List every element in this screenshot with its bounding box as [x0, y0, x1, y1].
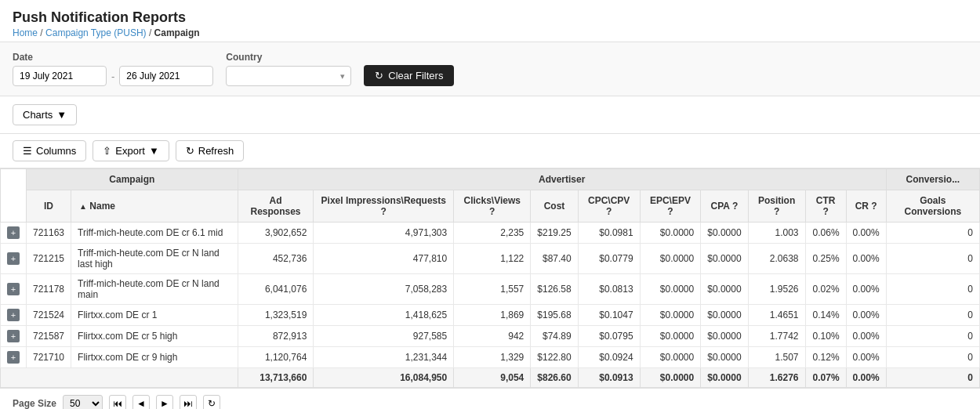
col-ad-responses[interactable]: Ad Responses — [238, 190, 314, 223]
country-select-wrapper — [226, 66, 351, 86]
cell-name: Triff-mich-heute.com DE cr 6.1 mid — [71, 223, 238, 244]
cell-cpc-cpv: $0.0795 — [578, 326, 640, 347]
cell-clicks-views: 2,235 — [454, 223, 531, 244]
cell-cost: $122.80 — [531, 347, 578, 368]
cell-clicks-views: 942 — [454, 326, 531, 347]
expand-cell[interactable]: + — [1, 347, 27, 368]
columns-label: Columns — [36, 145, 76, 157]
cell-cpa: $0.0000 — [701, 347, 748, 368]
cell-ad-responses: 3,902,652 — [238, 223, 314, 244]
refresh-label: Refresh — [198, 145, 234, 157]
cell-name: Flirtxx.com DE cr 5 high — [71, 326, 238, 347]
refresh-button[interactable]: ↻ Refresh — [176, 140, 245, 161]
footer-pixel-impressions: 16,084,950 — [314, 368, 454, 388]
footer-cpc-cpv: $0.0913 — [578, 368, 640, 388]
cell-pixel-impressions: 4,971,303 — [314, 223, 454, 244]
cell-goals-conversions: 0 — [886, 305, 979, 326]
col-position[interactable]: Position ? — [748, 190, 805, 223]
data-table: Campaign Advertiser Conversio... ID ▲ Na… — [0, 168, 980, 388]
expand-cell[interactable]: + — [1, 274, 27, 305]
expand-button[interactable]: + — [7, 351, 20, 364]
country-label: Country — [226, 52, 351, 63]
pagination-refresh-button[interactable]: ↻ — [203, 395, 220, 409]
col-cr[interactable]: CR ? — [846, 190, 886, 223]
refresh-icon-clear: ↻ — [375, 70, 383, 81]
page-size-select[interactable]: 50 10 25 100 — [63, 395, 103, 409]
footer-goals-conversions: 0 — [886, 368, 979, 388]
cell-pixel-impressions: 1,231,344 — [314, 347, 454, 368]
cell-epc-epv: $0.0000 — [640, 347, 701, 368]
country-select[interactable] — [226, 66, 351, 86]
footer-cpa: $0.0000 — [701, 368, 748, 388]
date-to-input[interactable] — [119, 66, 213, 86]
cell-ctr: 0.10% — [805, 326, 846, 347]
cell-epc-epv: $0.0000 — [640, 244, 701, 274]
col-cost[interactable]: Cost — [531, 190, 578, 223]
export-label: Export — [115, 145, 145, 157]
expand-cell[interactable]: + — [1, 305, 27, 326]
cell-ctr: 0.12% — [805, 347, 846, 368]
date-label: Date — [13, 52, 213, 63]
expand-button[interactable]: + — [7, 226, 20, 239]
col-id[interactable]: ID — [27, 190, 71, 223]
chevron-down-icon-export: ▼ — [149, 145, 159, 157]
group-header-conversion: Conversio... — [886, 169, 979, 190]
chevron-down-icon: ▼ — [56, 109, 67, 121]
next-page-button[interactable]: ► — [156, 395, 173, 409]
cell-ad-responses: 1,323,519 — [238, 305, 314, 326]
prev-page-button[interactable]: ◄ — [132, 395, 150, 409]
cell-ctr: 0.14% — [805, 305, 846, 326]
cell-clicks-views: 1,329 — [454, 347, 531, 368]
cell-clicks-views: 1,122 — [454, 244, 531, 274]
last-page-button[interactable]: ⏭ — [180, 395, 197, 409]
expand-cell[interactable]: + — [1, 326, 27, 347]
cell-ad-responses: 872,913 — [238, 326, 314, 347]
footer-ad-responses: 13,713,660 — [238, 368, 314, 388]
expand-button[interactable]: + — [7, 309, 20, 321]
sort-icon-name: ▲ — [79, 202, 87, 211]
date-filter-group: Date - — [13, 52, 213, 86]
expand-cell[interactable]: + — [1, 244, 27, 274]
cell-ad-responses: 1,120,764 — [238, 347, 314, 368]
expand-cell[interactable]: + — [1, 223, 27, 244]
columns-button[interactable]: ☰ Columns — [13, 140, 86, 161]
cell-ad-responses: 6,041,076 — [238, 274, 314, 305]
cell-goals-conversions: 0 — [886, 274, 979, 305]
country-filter-group: Country — [226, 52, 351, 86]
cell-clicks-views: 1,869 — [454, 305, 531, 326]
expand-button[interactable]: + — [7, 252, 20, 265]
columns-icon: ☰ — [23, 145, 32, 157]
table-row: + 721524 Flirtxx.com DE cr 1 1,323,519 1… — [1, 305, 980, 326]
cell-cpc-cpv: $0.0779 — [578, 244, 640, 274]
cell-cpa: $0.0000 — [701, 223, 748, 244]
cell-goals-conversions: 0 — [886, 244, 979, 274]
cell-epc-epv: $0.0000 — [640, 274, 701, 305]
col-goals-conversions[interactable]: Goals Conversions — [886, 190, 979, 223]
col-cpc-cpv[interactable]: CPC\CPV ? — [578, 190, 640, 223]
cell-epc-epv: $0.0000 — [640, 223, 701, 244]
expand-button[interactable]: + — [7, 330, 20, 342]
charts-button[interactable]: Charts ▼ — [13, 104, 77, 125]
cell-id: 721178 — [27, 274, 71, 305]
col-epc-epv[interactable]: EPC\EPV ? — [640, 190, 701, 223]
col-cpa[interactable]: CPA ? — [701, 190, 748, 223]
col-pixel-impressions[interactable]: Pixel Impressions\Requests ? — [314, 190, 454, 223]
cell-id: 721163 — [27, 223, 71, 244]
col-clicks-views[interactable]: Clicks\Views ? — [454, 190, 531, 223]
cell-cost: $195.68 — [531, 305, 578, 326]
clear-filters-button[interactable]: ↻ Clear Filters — [364, 65, 454, 86]
table-footer: 13,713,660 16,084,950 9,054 $826.60 $0.0… — [1, 368, 980, 388]
cell-cpc-cpv: $0.0981 — [578, 223, 640, 244]
cell-cpa: $0.0000 — [701, 326, 748, 347]
cell-cr: 0.00% — [846, 326, 886, 347]
col-name[interactable]: ▲ Name — [71, 190, 238, 223]
date-separator: - — [111, 71, 114, 82]
table-row: + 721587 Flirtxx.com DE cr 5 high 872,91… — [1, 326, 980, 347]
export-button[interactable]: ⇧ Export ▼ — [93, 140, 169, 161]
footer-cr: 0.00% — [846, 368, 886, 388]
first-page-button[interactable]: ⏮ — [109, 395, 126, 409]
cell-position: 1.9526 — [748, 274, 805, 305]
expand-button[interactable]: + — [7, 283, 20, 295]
col-ctr[interactable]: CTR ? — [805, 190, 846, 223]
date-from-input[interactable] — [13, 66, 107, 86]
